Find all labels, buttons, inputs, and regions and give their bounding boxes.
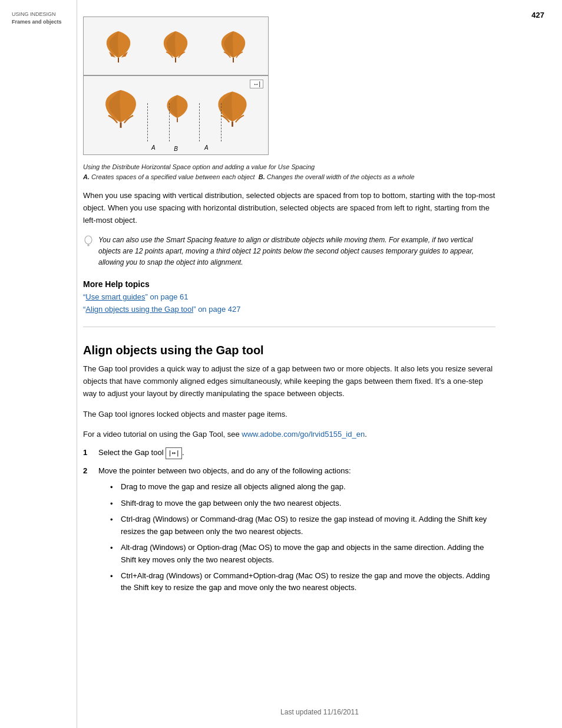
caption-line1: Using the Distribute Horizontal Space op… (83, 163, 315, 170)
section-heading: Align objects using the Gap tool (83, 344, 544, 357)
breadcrumb: USING INDESIGN Frames and objects (12, 11, 71, 25)
label-a-1: A (151, 144, 156, 151)
bullet-5: • Ctrl+Alt-drag (Windows) or Command+Opt… (110, 570, 495, 595)
bullet-list: • Drag to move the gap and resize all ob… (110, 481, 495, 594)
dashed-line-2 (169, 103, 170, 141)
step-2-num: 2 (83, 465, 95, 477)
bullet-2-text: Shift-drag to move the gap between only … (121, 498, 341, 510)
breadcrumb-line1: USING INDESIGN (12, 11, 71, 18)
bullet-3: • Ctrl-drag (Windows) or Command-drag (M… (110, 513, 495, 538)
para3-link[interactable]: www.adobe.com/go/lrvid5155_id_en (242, 430, 365, 439)
step-1-num: 1 (83, 447, 95, 459)
leaf-2 (158, 28, 193, 64)
label-b: B (174, 146, 178, 152)
section-para2: The Gap tool ignores locked objects and … (83, 409, 495, 421)
para3-suffix: . (365, 430, 367, 439)
images-section: ↔| (83, 17, 544, 155)
step-2: 2 Move the pointer between two objects, … (83, 465, 495, 598)
bullet-4-text: Alt-drag (Windows) or Option-drag (Mac O… (121, 542, 495, 566)
bullet-dot-4: • (110, 542, 118, 555)
bullet-dot-1: • (110, 482, 118, 494)
page-container: USING INDESIGN Frames and objects 427 (0, 0, 562, 728)
help-link-2[interactable]: “Align objects using the Gap tool” on pa… (83, 305, 544, 314)
tip-text: You can also use the Smart Spacing featu… (98, 235, 495, 268)
bullet-dot-2: • (110, 498, 118, 510)
gap-tool-icon: |↔| (166, 447, 182, 459)
leaf-bottom-1 (100, 87, 141, 129)
step-1: 1 Select the Gap tool |↔|. (83, 447, 495, 459)
dashed-line-1 (147, 103, 148, 141)
step-list: 1 Select the Gap tool |↔|. 2 Move the po… (83, 447, 495, 598)
breadcrumb-line2: Frames and objects (12, 18, 71, 26)
caption: Using the Distribute Horizontal Space op… (83, 162, 484, 182)
help-link-line-2: “Align objects using the Gap tool” on pa… (83, 305, 544, 314)
step-1-text: Select the Gap tool |↔|. (98, 447, 495, 459)
section-divider (83, 327, 495, 327)
help-link-line-1: “Use smart guides” on page 61 (83, 292, 544, 301)
caption-line2-rest: Creates spaces of a specified value betw… (90, 173, 255, 180)
bullet-dot-3: • (110, 514, 118, 526)
section-para1: The Gap tool provides a quick way to adj… (83, 363, 495, 400)
page-number: 427 (531, 11, 544, 19)
help-topics-heading: More Help topics (83, 279, 544, 289)
image-top-box (83, 17, 269, 75)
bullet-4: • Alt-drag (Windows) or Option-drag (Mac… (110, 542, 495, 566)
leaf-1 (101, 28, 136, 64)
image-bottom-box: ↔| (83, 75, 269, 155)
bullet-1: • Drag to move the gap and resize all ob… (110, 481, 495, 494)
bullet-5-text: Ctrl+Alt-drag (Windows) or Command+Optio… (121, 570, 495, 595)
body-para1: When you use spacing with vertical distr… (83, 190, 495, 226)
bullet-dot-5: • (110, 571, 118, 583)
tip-icon (83, 235, 94, 246)
bullet-2: • Shift-drag to move the gap between onl… (110, 498, 495, 510)
section-para3: For a video tutorial on using the Gap To… (83, 429, 495, 441)
leaf-3 (216, 28, 251, 64)
caption-line3-rest: Changes the overall width of the objects… (265, 173, 415, 180)
svg-point-6 (85, 236, 92, 244)
dashed-line-4 (221, 103, 222, 141)
dashed-line-3 (199, 103, 200, 141)
tip-box: You can also use the Smart Spacing featu… (83, 235, 495, 268)
para3-prefix: For a video tutorial on using the Gap To… (83, 430, 242, 439)
bullet-1-text: Drag to move the gap and resize all obje… (121, 481, 346, 493)
caption-line3-bold: B. (259, 173, 265, 180)
footer-text: Last updated 11/16/2011 (280, 708, 359, 716)
bullet-3-text: Ctrl-drag (Windows) or Command-drag (Mac… (121, 513, 495, 538)
left-margin: USING INDESIGN Frames and objects (0, 0, 77, 728)
page-footer: Last updated 11/16/2011 (77, 708, 562, 716)
main-content: 427 (77, 0, 562, 728)
leaf-bottom-2 (162, 93, 193, 123)
help-link-1[interactable]: “Use smart guides” on page 61 (83, 292, 544, 301)
step-2-text: Move the pointer between two objects, an… (98, 465, 495, 598)
leaf-bottom-3 (213, 89, 252, 127)
gap-icon-box: ↔| (250, 80, 263, 88)
caption-line2-bold: A. (83, 173, 90, 180)
label-a-2: A (204, 144, 209, 151)
